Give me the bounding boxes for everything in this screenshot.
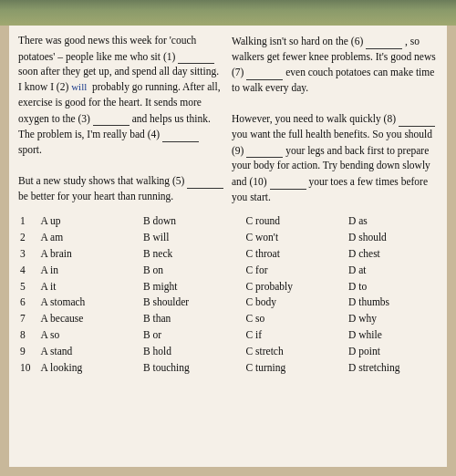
row-number: 4 bbox=[18, 263, 39, 279]
table-row: 2 A am B will C won't D should bbox=[18, 230, 438, 246]
option-b[interactable]: B might bbox=[141, 279, 244, 295]
option-a[interactable]: A up bbox=[39, 213, 142, 230]
table-row: 1 A up B down C round D as bbox=[18, 213, 438, 230]
option-d[interactable]: D as bbox=[347, 213, 438, 230]
content-area: There was good news this week for 'couch… bbox=[9, 26, 447, 467]
option-b[interactable]: B or bbox=[141, 327, 244, 344]
option-a[interactable]: A am bbox=[39, 230, 142, 246]
passage-left-text: There was good news this week for 'couch… bbox=[18, 35, 223, 202]
row-number: 8 bbox=[18, 327, 39, 344]
option-c[interactable]: C for bbox=[244, 263, 347, 279]
row-number: 1 bbox=[18, 213, 39, 230]
option-b[interactable]: B touching bbox=[141, 360, 244, 377]
table-row: 7 A because B than C so D why bbox=[18, 311, 438, 327]
option-c[interactable]: C so bbox=[244, 311, 347, 327]
option-b[interactable]: B down bbox=[141, 213, 244, 230]
passage-area: There was good news this week for 'couch… bbox=[18, 33, 438, 204]
option-b[interactable]: B on bbox=[141, 263, 244, 279]
row-number: 6 bbox=[18, 295, 39, 311]
option-a[interactable]: A brain bbox=[39, 246, 142, 263]
option-d[interactable]: D stretching bbox=[347, 360, 438, 377]
option-d[interactable]: D point bbox=[347, 344, 438, 360]
row-number: 2 bbox=[18, 230, 39, 246]
row-number: 5 bbox=[18, 279, 39, 295]
option-a[interactable]: A stomach bbox=[39, 295, 142, 311]
passage-right-text: Walking isn't so hard on the (6) , so wa… bbox=[232, 36, 436, 202]
option-c[interactable]: C body bbox=[244, 295, 347, 311]
option-b[interactable]: B shoulder bbox=[141, 295, 244, 311]
option-d[interactable]: D to bbox=[347, 279, 438, 295]
option-d[interactable]: D chest bbox=[347, 246, 438, 263]
table-row: 6 A stomach B shoulder C body D thumbs bbox=[18, 295, 438, 311]
option-c[interactable]: C won't bbox=[244, 230, 347, 246]
table-row: 4 A in B on C for D at bbox=[18, 263, 438, 279]
option-b[interactable]: B will bbox=[141, 230, 244, 246]
option-a[interactable]: A because bbox=[39, 311, 142, 327]
table-row: 5 A it B might C probably D to bbox=[18, 279, 438, 295]
option-d[interactable]: D at bbox=[347, 263, 438, 279]
row-number: 9 bbox=[18, 344, 39, 360]
table-row: 3 A brain B neck C throat D chest bbox=[18, 246, 438, 263]
option-c[interactable]: C stretch bbox=[244, 344, 347, 360]
table-row: 8 A so B or C if D while bbox=[18, 327, 438, 344]
option-c[interactable]: C throat bbox=[244, 246, 347, 263]
option-a[interactable]: A it bbox=[39, 279, 142, 295]
row-number: 10 bbox=[18, 360, 39, 377]
answers-table: 1 A up B down C round D as 2 A am B will… bbox=[18, 213, 438, 376]
top-photo bbox=[0, 0, 456, 26]
option-b[interactable]: B hold bbox=[141, 344, 244, 360]
option-c[interactable]: C if bbox=[244, 327, 347, 344]
option-a[interactable]: A in bbox=[39, 263, 142, 279]
option-c[interactable]: C turning bbox=[244, 360, 347, 377]
page-container: There was good news this week for 'couch… bbox=[0, 0, 456, 476]
option-d[interactable]: D while bbox=[347, 327, 438, 344]
option-c[interactable]: C round bbox=[244, 213, 347, 230]
passage-right: Walking isn't so hard on the (6) , so wa… bbox=[232, 33, 438, 204]
option-a[interactable]: A stand bbox=[39, 344, 142, 360]
option-a[interactable]: A so bbox=[39, 327, 142, 344]
option-b[interactable]: B than bbox=[141, 311, 244, 327]
row-number: 7 bbox=[18, 311, 39, 327]
table-row: 10 A looking B touching C turning D stre… bbox=[18, 360, 438, 377]
option-c[interactable]: C probably bbox=[244, 279, 347, 295]
option-d[interactable]: D why bbox=[347, 311, 438, 327]
option-d[interactable]: D thumbs bbox=[347, 295, 438, 311]
row-number: 3 bbox=[18, 246, 39, 263]
option-a[interactable]: A looking bbox=[39, 360, 142, 377]
passage-left: There was good news this week for 'couch… bbox=[18, 33, 224, 204]
table-row: 9 A stand B hold C stretch D point bbox=[18, 344, 438, 360]
option-d[interactable]: D should bbox=[347, 230, 438, 246]
option-b[interactable]: B neck bbox=[141, 246, 244, 263]
